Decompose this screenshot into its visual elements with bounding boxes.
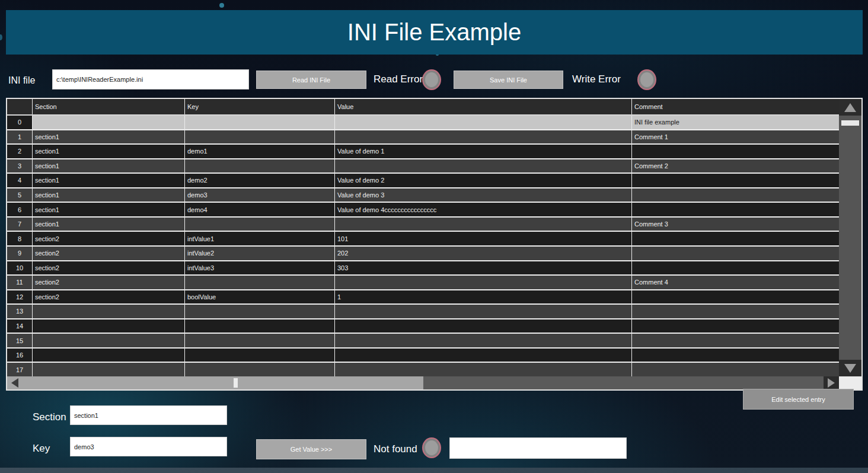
- key-input[interactable]: [70, 437, 227, 456]
- table-row[interactable]: 15: [7, 334, 839, 347]
- read-ini-file-button[interactable]: Read INI File: [256, 71, 366, 89]
- table-row[interactable]: 8section2intValue1101: [7, 232, 839, 245]
- cell-value[interactable]: 101: [335, 232, 631, 245]
- cell-section[interactable]: section2: [33, 261, 184, 275]
- cell-key[interactable]: [185, 349, 334, 362]
- save-ini-file-button[interactable]: Save INI File: [454, 71, 563, 89]
- scroll-right-button[interactable]: [824, 376, 839, 389]
- cell-value[interactable]: [335, 130, 631, 144]
- cell-comment[interactable]: [632, 203, 839, 216]
- row-index[interactable]: 16: [7, 349, 32, 362]
- cell-section[interactable]: section1: [33, 159, 184, 173]
- cell-comment[interactable]: [632, 247, 839, 260]
- row-index[interactable]: 14: [7, 319, 32, 333]
- cell-section[interactable]: section1: [33, 174, 184, 187]
- cell-value[interactable]: [335, 159, 631, 173]
- cell-section[interactable]: [33, 116, 184, 129]
- cell-comment[interactable]: Comment 3: [632, 218, 839, 231]
- table-row[interactable]: 12section2boolValue1: [7, 290, 839, 304]
- cell-value[interactable]: [335, 116, 631, 129]
- cell-key[interactable]: [185, 363, 334, 376]
- edit-selected-entry-button[interactable]: Edit selected entry: [743, 389, 854, 410]
- cell-value[interactable]: Value of demo 2: [335, 174, 631, 187]
- cell-value[interactable]: Value of demo 3: [335, 188, 631, 202]
- table-row[interactable]: 14: [7, 319, 839, 333]
- cell-key[interactable]: demo2: [185, 174, 334, 187]
- cell-key[interactable]: boolValue: [185, 290, 334, 304]
- cell-section[interactable]: section2: [33, 232, 184, 245]
- table-row[interactable]: 10section2intValue3303: [7, 261, 839, 275]
- row-index[interactable]: 11: [7, 276, 32, 289]
- table-row[interactable]: 16: [7, 349, 839, 362]
- row-index[interactable]: 10: [7, 261, 32, 275]
- table-row[interactable]: 3section1Comment 2: [7, 159, 839, 173]
- cell-section[interactable]: section1: [33, 145, 184, 158]
- ini-file-path-input[interactable]: [52, 69, 249, 90]
- row-index[interactable]: 17: [7, 363, 32, 376]
- row-index[interactable]: 9: [7, 247, 32, 260]
- cell-key[interactable]: [185, 116, 334, 129]
- cell-section[interactable]: section2: [33, 276, 184, 289]
- cell-value[interactable]: [335, 349, 631, 362]
- cell-section[interactable]: section2: [33, 247, 184, 260]
- cell-section[interactable]: section2: [33, 290, 184, 304]
- cell-key[interactable]: [185, 159, 334, 173]
- row-index[interactable]: 15: [7, 334, 32, 347]
- cell-comment[interactable]: [632, 188, 839, 202]
- row-index[interactable]: 0: [7, 116, 32, 129]
- vertical-scroll-thumb[interactable]: [841, 120, 859, 126]
- cell-value[interactable]: [335, 319, 631, 333]
- scroll-up-button[interactable]: [839, 99, 861, 116]
- row-index[interactable]: 1: [7, 130, 32, 144]
- vertical-scrollbar[interactable]: [839, 99, 861, 376]
- cell-comment[interactable]: Comment 1: [632, 130, 839, 144]
- get-value-button[interactable]: Get Value >>>: [256, 439, 366, 459]
- cell-section[interactable]: section1: [33, 218, 184, 231]
- cell-key[interactable]: demo4: [185, 203, 334, 216]
- cell-value[interactable]: Value of demo 4cccccccccccccccc: [335, 203, 631, 216]
- cell-section[interactable]: section1: [33, 130, 184, 144]
- cell-comment[interactable]: [632, 145, 839, 158]
- cell-comment[interactable]: [632, 363, 839, 376]
- table-row[interactable]: 5section1demo3Value of demo 3: [7, 188, 839, 202]
- scroll-down-button[interactable]: [839, 360, 861, 376]
- cell-comment[interactable]: [632, 232, 839, 245]
- cell-value[interactable]: [335, 218, 631, 231]
- row-index[interactable]: 5: [7, 188, 32, 202]
- cell-section[interactable]: section1: [33, 188, 184, 202]
- cell-section[interactable]: [33, 334, 184, 347]
- cell-key[interactable]: [185, 130, 334, 144]
- cell-value[interactable]: [335, 305, 631, 318]
- cell-comment[interactable]: [632, 334, 839, 347]
- row-index[interactable]: 7: [7, 218, 32, 231]
- table-row[interactable]: 7section1Comment 3: [7, 218, 839, 231]
- cell-section[interactable]: [33, 305, 184, 318]
- cell-comment[interactable]: Comment 2: [632, 159, 839, 173]
- scroll-left-button[interactable]: [7, 376, 23, 389]
- cell-comment[interactable]: [632, 290, 839, 304]
- cell-comment[interactable]: INI file example: [632, 116, 839, 129]
- table-row[interactable]: 0INI file example: [7, 116, 839, 129]
- row-index[interactable]: 3: [7, 159, 32, 173]
- cell-key[interactable]: intValue1: [185, 232, 334, 245]
- cell-key[interactable]: demo3: [185, 188, 334, 202]
- section-input[interactable]: [70, 405, 227, 425]
- table-row[interactable]: 17: [7, 363, 839, 376]
- cell-key[interactable]: demo1: [185, 145, 334, 158]
- cell-key[interactable]: intValue3: [185, 261, 334, 275]
- cell-value[interactable]: [335, 363, 631, 376]
- cell-key[interactable]: intValue2: [185, 247, 334, 260]
- cell-key[interactable]: [185, 218, 334, 231]
- row-index[interactable]: 8: [7, 232, 32, 245]
- cell-comment[interactable]: [632, 174, 839, 187]
- table-row[interactable]: 1section1Comment 1: [7, 130, 839, 144]
- result-value-input[interactable]: [449, 437, 627, 459]
- row-index[interactable]: 12: [7, 290, 32, 304]
- table-row[interactable]: 2section1demo1Value of demo 1: [7, 145, 839, 158]
- vertical-scroll-track[interactable]: [839, 116, 861, 360]
- table-row[interactable]: 4section1demo2Value of demo 2: [7, 174, 839, 187]
- cell-comment[interactable]: [632, 319, 839, 333]
- cell-comment[interactable]: [632, 261, 839, 275]
- cell-section[interactable]: [33, 319, 184, 333]
- cell-value[interactable]: 1: [335, 290, 631, 304]
